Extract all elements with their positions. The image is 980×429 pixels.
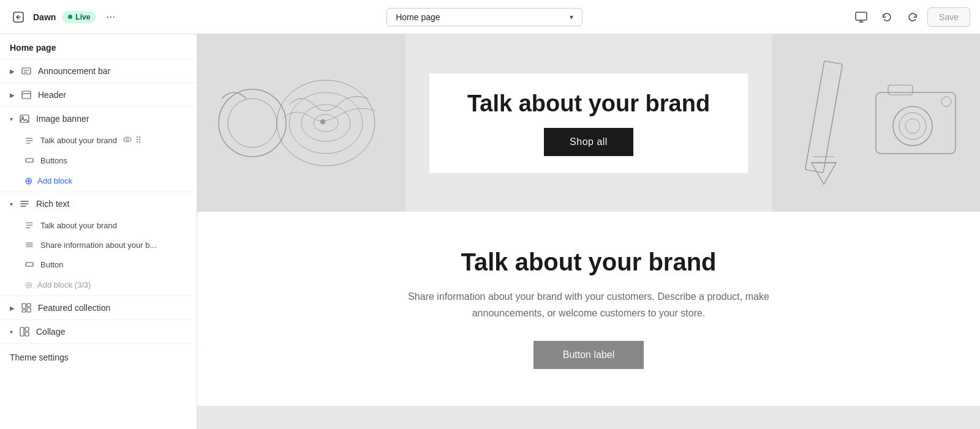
theme-settings-label: Theme settings (10, 353, 69, 362)
align-left-icon (24, 240, 34, 250)
add-block-label: Add block (37, 176, 72, 185)
sub-item-rich-text-title-label: Talk about your brand (40, 221, 117, 230)
sub-item-buttons[interactable]: Buttons (0, 151, 197, 170)
svg-point-22 (314, 114, 338, 132)
chevron-down-icon: ▾ (570, 13, 573, 21)
sub-item-actions: ⠿ (123, 135, 141, 146)
featured-collection-icon (21, 302, 32, 313)
svg-rect-9 (26, 263, 33, 266)
button-label-button[interactable]: Button label (533, 341, 644, 369)
app-name: Dawn (33, 12, 56, 22)
banner-content-card: Talk about your brand Shop all (429, 73, 748, 173)
add-block-disabled-button: ⊕ Add block (3/3) (0, 274, 197, 296)
sidebar-item-image-banner[interactable]: ▾ Image banner (0, 107, 197, 130)
rich-text-body: Share information about your brand with … (393, 288, 785, 321)
expand-arrow-icon: ▶ (10, 68, 15, 75)
expand-arrow-icon: ▾ (10, 329, 13, 335)
live-dot (68, 15, 72, 19)
topbar-center: Home page ▾ (119, 8, 850, 26)
svg-point-20 (289, 92, 363, 154)
add-block-disabled-label: Add block (3/3) (37, 280, 91, 289)
sidebar-item-announcement-bar[interactable]: ▶ Announcement bar (0, 59, 197, 83)
back-button[interactable] (10, 9, 27, 26)
image-banner-sub-items: Talk about your brand ⠿ Buttons ⊕ (0, 130, 197, 192)
collage-icon (19, 326, 30, 337)
shop-all-button[interactable]: Shop all (544, 128, 633, 156)
rich-text-icon (19, 198, 30, 209)
collage-label: Collage (36, 327, 187, 337)
svg-rect-11 (27, 304, 31, 307)
svg-point-6 (124, 137, 131, 142)
live-label: Live (75, 13, 90, 21)
expand-arrow-icon: ▶ (10, 92, 15, 99)
redo-button[interactable] (902, 6, 924, 28)
undo-button[interactable] (876, 6, 898, 28)
svg-rect-27 (876, 92, 956, 154)
topbar-right: Save (850, 6, 970, 28)
buttons-icon (24, 155, 34, 165)
sidebar-item-featured-collection[interactable]: ▶ Featured collection (0, 296, 197, 319)
svg-point-5 (22, 117, 24, 119)
sub-item-rich-text-title[interactable]: Talk about your brand (0, 215, 197, 235)
live-badge: Live (62, 11, 96, 23)
sidebar-section-image-banner: ▾ Image banner Talk about your brand (0, 107, 197, 192)
svg-rect-16 (25, 332, 29, 336)
sidebar-section-header: ▶ Header (0, 83, 197, 107)
svg-point-21 (301, 105, 350, 141)
plus-circle-disabled-icon: ⊕ (24, 279, 32, 291)
svg-point-30 (905, 119, 920, 133)
rich-text-title: Talk about your brand (461, 248, 716, 276)
svg-point-19 (277, 80, 375, 166)
svg-point-23 (320, 119, 325, 124)
svg-rect-10 (22, 304, 26, 308)
header-icon (21, 89, 32, 100)
sidebar-item-header[interactable]: ▶ Header (0, 83, 197, 106)
image-banner-icon (19, 113, 30, 124)
expand-arrow-icon: ▾ (10, 116, 13, 122)
sidebar-title: Home page (0, 34, 197, 59)
svg-point-32 (941, 97, 951, 106)
save-button[interactable]: Save (927, 7, 970, 27)
sidebar-item-rich-text[interactable]: ▾ Rich text (0, 192, 197, 215)
svg-rect-31 (888, 85, 913, 95)
expand-arrow-icon: ▶ (10, 305, 15, 311)
banner-right-image (772, 34, 980, 212)
sidebar-section-featured-collection: ▶ Featured collection (0, 296, 197, 320)
svg-rect-12 (22, 310, 26, 312)
page-select-value: Home page (396, 12, 440, 22)
svg-point-17 (219, 89, 286, 157)
sub-item-share-info-label: Share information about your b... (40, 241, 156, 250)
banner-left-image (197, 34, 405, 212)
text-icon (24, 220, 34, 230)
sub-item-talk-about-brand[interactable]: Talk about your brand ⠿ (0, 130, 197, 151)
svg-rect-1 (856, 12, 867, 20)
more-button[interactable]: ··· (102, 8, 119, 26)
svg-rect-15 (25, 327, 29, 331)
header-label: Header (38, 90, 187, 100)
svg-rect-24 (805, 61, 843, 173)
button-icon (24, 259, 34, 269)
svg-rect-2 (22, 68, 31, 74)
sidebar-item-collage[interactable]: ▾ Collage (0, 320, 197, 343)
desktop-view-button[interactable] (850, 6, 872, 28)
plus-circle-icon: ⊕ (24, 175, 32, 187)
topbar-left: Dawn Live ··· (10, 8, 119, 26)
rich-text-label: Rich text (36, 199, 187, 209)
sub-item-share-info[interactable]: Share information about your b... (0, 235, 197, 255)
sidebar-item-theme-settings[interactable]: Theme settings (0, 344, 197, 371)
sidebar: Home page ▶ Announcement bar ▶ Header (0, 34, 197, 429)
banner-title: Talk about your brand (454, 91, 723, 117)
announcement-icon (21, 65, 32, 76)
eye-icon[interactable] (123, 135, 132, 146)
svg-point-18 (228, 99, 277, 147)
sub-item-buttons-label: Buttons (40, 156, 67, 165)
add-block-button[interactable]: ⊕ Add block (0, 170, 197, 192)
svg-point-7 (126, 138, 129, 141)
main-layout: Home page ▶ Announcement bar ▶ Header (0, 34, 980, 429)
rich-text-section: Talk about your brand Share information … (197, 212, 980, 406)
svg-rect-13 (27, 308, 31, 312)
page-select[interactable]: Home page ▾ (386, 8, 582, 26)
sub-item-button[interactable]: Button (0, 255, 197, 274)
drag-handle-icon[interactable]: ⠿ (135, 135, 141, 146)
expand-arrow-icon: ▾ (10, 201, 13, 207)
